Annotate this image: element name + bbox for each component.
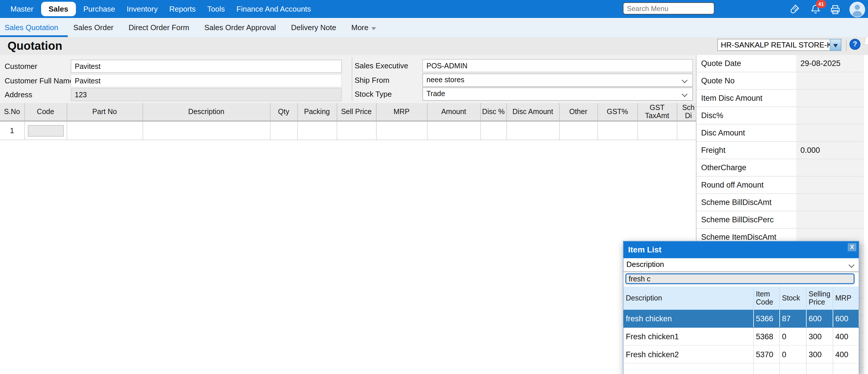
scheme-billdiscperc-label: Scheme BillDiscPerc (696, 211, 796, 228)
item-selling-price-cell: 300 (806, 345, 833, 363)
store-selector[interactable]: HR-SANKALP RETAIL STORE-K (717, 39, 830, 51)
row-part-no-cell[interactable] (67, 121, 143, 140)
nav-item-finance-and-accounts[interactable]: Finance And Accounts (230, 0, 317, 18)
tab-sales-order[interactable]: Sales Order (66, 23, 121, 32)
right-edge-gutter (864, 55, 868, 374)
item-list-row-fresh-chicken2[interactable]: Fresh chicken2 5370 0 300 400 (623, 345, 859, 363)
help-icon[interactable]: ? (849, 39, 861, 50)
item-list-empty-row (623, 363, 859, 374)
quote-date-label: Quote Date (696, 55, 796, 72)
user-avatar[interactable] (849, 2, 865, 18)
item-search-input[interactable] (625, 273, 855, 284)
item-description-cell: Fresh chicken2 (623, 345, 753, 363)
stock-type-selected-value: Trade (427, 90, 445, 98)
summary-row-freight: Freight 0.000 (696, 142, 864, 159)
address-field[interactable] (71, 88, 342, 101)
header-cell-description: Description (143, 103, 270, 121)
stock-type-select[interactable]: Trade (423, 88, 693, 101)
avatar-head (855, 5, 860, 10)
item-list-header-selling-price: Selling Price (806, 286, 833, 310)
search-menu-input[interactable] (623, 2, 714, 14)
tab-sales-quotation[interactable]: Sales Quotation (0, 23, 66, 32)
row-sch-disc-cell[interactable] (677, 121, 696, 140)
item-description-cell: fresh chicken (623, 310, 753, 328)
floating-bell-icon[interactable] (862, 34, 868, 51)
row-sell-price-cell[interactable] (337, 121, 376, 140)
freight-value[interactable]: 0.000 (796, 142, 864, 159)
tab-more[interactable]: More (344, 23, 383, 32)
row-qty-cell[interactable] (270, 121, 297, 140)
printer-icon[interactable] (830, 4, 841, 15)
row-code-cell (24, 121, 67, 140)
row-description-cell[interactable] (143, 121, 270, 140)
summary-row-item-disc-amount: Item Disc Amount (696, 90, 864, 107)
row-mrp-cell[interactable] (376, 121, 427, 140)
address-label: Address (5, 88, 32, 101)
other-charge-value[interactable] (796, 159, 864, 176)
item-list-filter-select[interactable]: Description (623, 258, 859, 272)
close-icon[interactable]: x (848, 243, 857, 251)
code-input[interactable] (28, 125, 63, 136)
items-table-row-1: 1 (0, 121, 696, 140)
page-title: Quotation (7, 37, 62, 55)
chevron-down-icon (848, 262, 855, 268)
sales-executive-field[interactable] (423, 59, 693, 72)
dropdown-arrow-icon (833, 44, 838, 47)
item-list-row-fresh-chicken1[interactable]: Fresh chicken1 5368 0 300 400 (623, 328, 859, 345)
quote-no-label: Quote No (696, 72, 796, 89)
header-cell-gst-taxamt: GST TaxAmt (638, 103, 677, 121)
row-gst-pct-cell[interactable] (597, 121, 638, 140)
ship-from-select[interactable]: neee stores (423, 73, 693, 87)
item-list-popup-header[interactable]: Item List x (623, 241, 859, 258)
nav-item-sales[interactable]: Sales (41, 2, 75, 16)
quote-no-value (796, 72, 864, 89)
tab-delivery-note[interactable]: Delivery Note (283, 23, 344, 32)
nav-item-tools[interactable]: Tools (202, 0, 230, 18)
chevron-down-icon (682, 77, 687, 83)
item-selling-price-cell: 300 (806, 328, 833, 345)
item-stock-cell: 0 (779, 345, 806, 363)
row-other-cell[interactable] (559, 121, 597, 140)
quote-date-value: 29-08-2025 (796, 55, 864, 72)
item-list-table: Description Item Code Stock Selling Pric… (623, 286, 859, 374)
store-selector-dropdown-button[interactable] (830, 39, 841, 51)
header-cell-disc-amount: Disc Amount (506, 103, 559, 121)
tab-sales-order-approval[interactable]: Sales Order Approval (197, 23, 283, 32)
disc-amount-value[interactable] (796, 125, 864, 141)
nav-item-reports[interactable]: Reports (163, 0, 202, 18)
item-stock-cell: 0 (779, 328, 806, 345)
summary-row-scheme-billdiscamt: Scheme BillDiscAmt (696, 194, 864, 211)
item-list-row-fresh-chicken[interactable]: fresh chicken 5366 87 600 600 (623, 310, 859, 328)
brush-icon[interactable] (789, 3, 800, 14)
row-disc-pct-cell[interactable] (480, 121, 506, 140)
item-code-cell: 5368 (753, 328, 779, 345)
nav-item-purchase[interactable]: Purchase (78, 0, 121, 18)
disc-pct-label: Disc% (696, 107, 796, 124)
customer-full-name-field[interactable] (71, 74, 342, 88)
row-sno-cell: 1 (0, 121, 24, 140)
item-description-cell: Fresh chicken1 (623, 328, 753, 345)
item-mrp-cell: 400 (833, 345, 859, 363)
freight-label: Freight (696, 142, 796, 159)
nav-item-inventory[interactable]: Inventory (121, 0, 163, 18)
notification-badge: 41 (816, 0, 826, 8)
header-cell-code: Code (24, 103, 67, 121)
tab-direct-order-form[interactable]: Direct Order Form (121, 23, 197, 32)
disc-pct-value[interactable] (796, 107, 864, 124)
divider (846, 40, 846, 52)
header-cell-sch-disc: Sch Di (677, 103, 696, 121)
scheme-billdiscamt-value (796, 194, 864, 211)
header-cell-other: Other (559, 103, 597, 121)
summary-row-round-off-amount: Round off Amount (696, 177, 864, 194)
row-amount-cell[interactable] (427, 121, 480, 140)
customer-field[interactable] (71, 60, 342, 73)
customer-full-name-label: Customer Full Name (5, 74, 73, 88)
row-gst-taxamt-cell[interactable] (638, 121, 677, 140)
nav-item-master[interactable]: Master (5, 0, 39, 18)
app-window: Master Sales Purchase Inventory Reports … (0, 0, 868, 374)
row-packing-cell[interactable] (297, 121, 337, 140)
header-cell-packing: Packing (297, 103, 337, 121)
quotation-items-table: S.No Code Part No Description Qty Packin… (0, 103, 696, 140)
stock-type-label: Stock Type (354, 88, 392, 101)
row-disc-amount-cell[interactable] (506, 121, 559, 140)
